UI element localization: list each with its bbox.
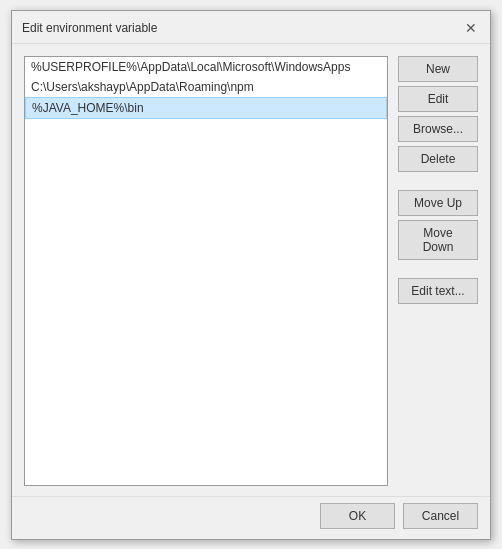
move-down-button[interactable]: Move Down	[398, 220, 478, 260]
close-button[interactable]: ✕	[462, 19, 480, 37]
move-up-button[interactable]: Move Up	[398, 190, 478, 216]
dialog-body: %USERPROFILE%\AppData\Local\Microsoft\Wi…	[12, 44, 490, 496]
spacer1	[398, 176, 478, 186]
title-bar: Edit environment variable ✕	[12, 11, 490, 44]
list-item[interactable]: C:\Users\akshayp\AppData\Roaming\npm	[25, 77, 387, 97]
browse-button[interactable]: Browse...	[398, 116, 478, 142]
dialog-footer: OK Cancel	[12, 496, 490, 539]
dialog-title: Edit environment variable	[22, 21, 157, 35]
env-variable-list[interactable]: %USERPROFILE%\AppData\Local\Microsoft\Wi…	[24, 56, 388, 486]
ok-button[interactable]: OK	[320, 503, 395, 529]
list-item[interactable]: %JAVA_HOME%\bin	[25, 97, 387, 119]
edit-button[interactable]: Edit	[398, 86, 478, 112]
edit-text-button[interactable]: Edit text...	[398, 278, 478, 304]
spacer2	[398, 264, 478, 274]
delete-button[interactable]: Delete	[398, 146, 478, 172]
cancel-button[interactable]: Cancel	[403, 503, 478, 529]
list-item[interactable]: %USERPROFILE%\AppData\Local\Microsoft\Wi…	[25, 57, 387, 77]
edit-env-variable-dialog: Edit environment variable ✕ %USERPROFILE…	[11, 10, 491, 540]
new-button[interactable]: New	[398, 56, 478, 82]
buttons-panel: New Edit Browse... Delete Move Up Move D…	[398, 56, 478, 486]
